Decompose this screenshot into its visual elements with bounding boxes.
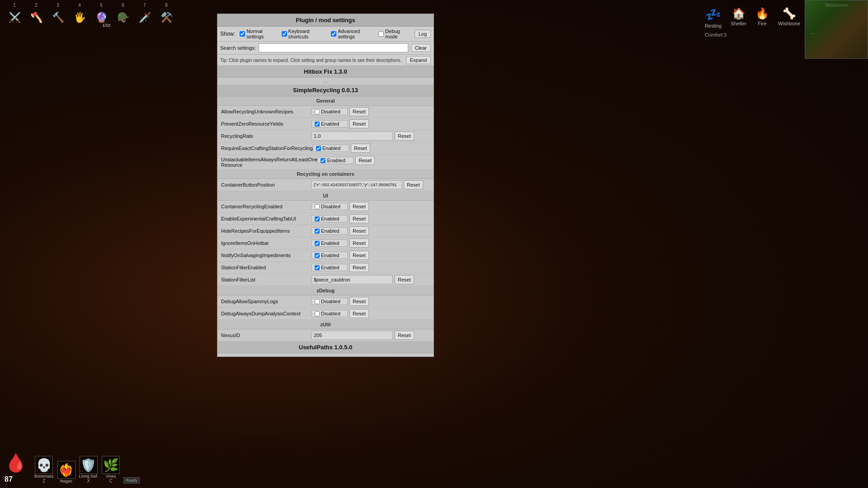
setting-notify-salvaging: NotifyOnSalvagingImpediments Enabled Res… [217,249,434,262]
plugin-useful-paths[interactable]: UsefulPaths 1.0.5.0 [217,342,434,353]
section-recycling-containers[interactable]: Recycling on containers [217,169,434,179]
reset-require-exact-station[interactable]: Reset [351,144,370,153]
health-icon: 🩸 [5,452,27,474]
setting-hide-recipes-equipped: HideRecipesForEquippedItems Enabled Rese… [217,225,434,237]
reset-hide-recipes-equipped[interactable]: Reset [349,226,369,235]
buff-living-def: 🛡️ Living Def. X [79,456,99,483]
plugin-simple-recycling[interactable]: SimpleRecycling 0.0.13 [217,84,434,96]
modal-title: Plugin / mod settings [217,14,434,27]
setting-ignore-items-hotbar: IgnoreItemsOnHotbar Enabled Reset [217,237,434,249]
setting-debug-spammy-logs: DebugAllowSpammyLogs Disabled Reset [217,296,434,308]
setting-unstackable-items: UnstackableItemsAlwaysReturnAtLeastOne R… [217,155,434,169]
container-button-position-input[interactable] [311,180,402,189]
buff-regen: ❤️‍🔥 Regen [57,461,75,483]
setting-allow-recycling-unknown: AllowRecyclingUnknownRecipes Disabled Re… [217,106,434,118]
hotbar-slot-4[interactable]: 4 🖐️ [70,3,90,28]
section-general[interactable]: General [217,96,434,106]
hotbar-slot-8[interactable]: 8 ⚒️ [156,3,176,28]
hotbar-slot-5[interactable]: 5 🔮 1/10 [91,3,111,28]
reset-allow-recycling-unknown[interactable]: Reset [349,107,369,116]
checkbox-keyboard-shortcuts[interactable]: Keyboard shortcuts [282,28,329,39]
reset-experimental-crafting-tab[interactable]: Reset [349,214,369,223]
status-resting: 💤 Resting [700,4,726,32]
modal-toolbar: Show: Normal settings Keyboard shortcuts… [217,27,434,42]
station-filter-list-input[interactable] [311,275,393,284]
status-wishbone: 🦴 Wishbone [774,4,805,32]
checkbox-normal-settings[interactable]: Normal settings [240,28,278,39]
hud-bottom: 🩸 87 💀 Bonemass Z ❤️‍🔥 Regen 🛡️ Living D… [0,448,868,488]
reset-unstackable-items[interactable]: Reset [355,156,375,165]
section-zutil[interactable]: zUtil [217,320,434,329]
setting-container-recycling-enabled: ContainerRecyclingEnabled Disabled Reset [217,201,434,213]
buff-icons: 💀 Bonemass Z ❤️‍🔥 Regen 🛡️ Living Def. X… [34,456,120,483]
hotbar-slot-2[interactable]: 2 🪓 [26,3,46,28]
reset-nexus-id[interactable]: Reset [395,331,414,340]
reset-prevent-zero-yields[interactable]: Reset [349,119,369,128]
search-bar: Search settings: Clear [217,42,434,55]
resting-icon: 💤 [705,7,721,22]
hotbar-slot-1[interactable]: 1 ⚔️ [5,3,24,28]
buff-vines: 🌿 Vines C [102,456,120,483]
minimap: Meadows ← [805,0,868,59]
hotbar: 1 ⚔️ 2 🪓 3 🔨 4 🖐️ 5 🔮 1/10 6 🪖 7 🗡️ [5,3,176,28]
checkbox-advanced-settings[interactable]: Advanced settings [331,28,376,39]
hotbar-slot-7[interactable]: 7 🗡️ [135,3,155,28]
setting-require-exact-station: RequireExactCraftingStationForRecycling … [217,142,434,155]
setting-station-filter-list: StationFilterList Reset [217,274,434,286]
setting-recycling-rate: RecyclingRate Reset [217,130,434,142]
buff-bonemass: 💀 Bonemass Z [34,456,54,483]
hitbox-dots: ... [217,78,434,84]
game-background [0,0,868,488]
hotbar-slot-6[interactable]: 6 🪖 [113,3,133,28]
health-stamina-panel: 🩸 87 [5,452,27,483]
setting-nexus-id: NexusID Reset [217,329,434,342]
setting-container-button-position: ContainerButtonPosition Reset [217,179,434,191]
wishbone-icon: 🦴 [783,7,796,20]
search-input[interactable] [259,43,408,52]
setting-station-filter-enabled: StationFilterEnabled Enabled Reset [217,262,434,274]
plugin-settings-modal: Plugin / mod settings Show: Normal setti… [217,14,434,357]
modal-content: Hitbox Fix 1.3.0 ... SimpleRecycling 0.0… [217,66,434,357]
shelter-icon: 🏠 [732,7,745,20]
useful-paths-dots: ... [217,353,434,357]
hotbar-slot-3[interactable]: 3 🔨 [48,3,68,28]
tip-bar: Tip: Click plugin names to expand. Click… [217,55,434,66]
status-fire: 🔥 Fire [751,4,774,32]
status-shelter: 🏠 Shelter [726,4,751,32]
reset-station-filter-list[interactable]: Reset [395,275,414,284]
reset-station-filter-enabled[interactable]: Reset [349,263,369,272]
comfort-label: Comfort:3 [700,32,726,38]
fire-icon: 🔥 [755,7,769,20]
reset-recycling-rate[interactable]: Reset [395,131,414,141]
setting-prevent-zero-yields: PreventZeroResourceYields Enabled Reset [217,118,434,130]
recycling-rate-input[interactable] [311,131,393,141]
plugin-hitbox-fix[interactable]: Hitbox Fix 1.3.0 [217,66,434,78]
reset-debug-spammy-logs[interactable]: Reset [349,297,369,306]
section-zdebug[interactable]: zDebug [217,286,434,296]
setting-experimental-crafting-tab: EnableExperimentalCraftingTabUI Enabled … [217,213,434,225]
section-ui[interactable]: UI [217,191,434,201]
checkbox-debug-mode[interactable]: Debug mode [378,28,412,39]
reset-debug-dump-analysis[interactable]: Reset [349,309,369,318]
clear-button[interactable]: Clear [411,44,431,52]
reset-container-recycling-enabled[interactable]: Reset [349,202,369,211]
reset-ignore-items-hotbar[interactable]: Reset [349,239,369,248]
nexus-id-input[interactable] [311,331,393,340]
expand-button[interactable]: Expand [406,56,431,64]
reset-container-button-position[interactable]: Reset [404,180,423,189]
setting-debug-dump-analysis: DebugAlwaysDumpAnalysisContext Disabled … [217,308,434,320]
reset-notify-salvaging[interactable]: Reset [349,251,369,260]
hud-right: 💤 Resting 🏠 Shelter 🔥 Fire 🦴 Wishbone Co… [700,0,868,59]
ready-badge: Ready [123,477,140,483]
log-button[interactable]: Log [415,30,431,38]
